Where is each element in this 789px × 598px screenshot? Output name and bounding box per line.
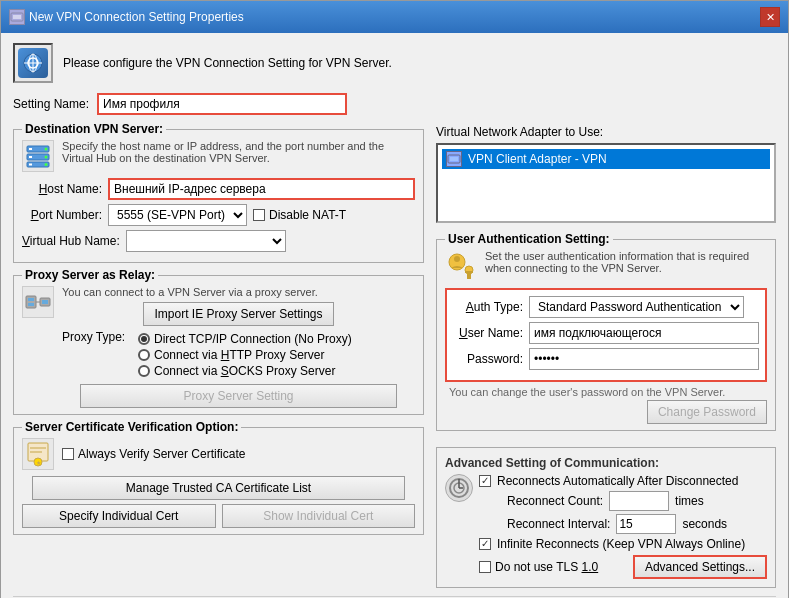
- setting-name-input[interactable]: [97, 93, 347, 115]
- svg-point-13: [45, 148, 48, 151]
- right-panel: Virtual Network Adapter to Use: VPN Clie…: [436, 125, 776, 588]
- infinite-reconnect-label: Infinite Reconnects (Keep VPN Always Onl…: [497, 537, 745, 551]
- app-icon: [9, 9, 25, 25]
- top-info-row: Please configure the VPN Connection Sett…: [13, 43, 776, 83]
- change-pwd-note: You can change the user's password on th…: [445, 386, 767, 398]
- svg-rect-33: [465, 271, 473, 273]
- disable-nat-checkbox[interactable]: [253, 209, 265, 221]
- proxy-radio-http-btn[interactable]: [138, 349, 150, 361]
- adapter-icon: [446, 151, 462, 167]
- import-btn-row: Import IE Proxy Server Settings: [62, 302, 415, 326]
- dest-server-info: Specify the host name or IP address, and…: [22, 140, 415, 172]
- cert-bottom-btns: Specify Individual Cert Show Individual …: [22, 504, 415, 528]
- proxy-radio-direct: Direct TCP/IP Connection (No Proxy): [138, 332, 352, 346]
- svg-rect-1: [13, 15, 21, 19]
- auth-setting-content: Set the user authentication information …: [445, 250, 767, 424]
- vpn-icon-inner: [18, 48, 48, 78]
- svg-rect-28: [450, 157, 458, 161]
- disable-nat-row: Disable NAT-T: [253, 208, 346, 222]
- advanced-comm-content: ✓ Reconnects Automatically After Disconn…: [445, 474, 767, 579]
- cert-verification-group: Server Certificate Verification Option: …: [13, 427, 424, 535]
- cert-verification-content: ★ Always Verify Server Certificate Manag…: [22, 438, 415, 528]
- svg-point-15: [45, 163, 48, 166]
- proxy-socks-label: Connect via SOCKS Proxy Server: [154, 364, 335, 378]
- svg-rect-24: [30, 451, 42, 453]
- proxy-server-setting-button[interactable]: Proxy Server Setting: [80, 384, 398, 408]
- title-bar-left: New VPN Connection Setting Properties: [9, 9, 244, 25]
- svg-rect-8: [29, 148, 32, 150]
- svg-rect-32: [467, 273, 471, 279]
- server-icon: [22, 140, 54, 172]
- advanced-comm-section: Advanced Setting of Communication: ✓ Rec…: [436, 447, 776, 588]
- proxy-icon: [22, 286, 54, 318]
- do-not-use-tls-checkbox[interactable]: [479, 561, 491, 573]
- import-ie-proxy-button[interactable]: Import IE Proxy Server Settings: [143, 302, 333, 326]
- password-label: Password:: [453, 352, 523, 366]
- host-name-row: Host Name:: [22, 178, 415, 200]
- destination-group-title: Destination VPN Server:: [22, 122, 166, 136]
- virtual-hub-row: Virtual Hub Name:: [22, 230, 415, 252]
- disable-nat-label: Disable NAT-T: [269, 208, 346, 222]
- reconnect-count-label: Reconnect Count:: [507, 494, 603, 508]
- svg-rect-17: [28, 298, 34, 301]
- virtual-adapter-section: Virtual Network Adapter to Use: VPN Clie…: [436, 125, 776, 223]
- host-name-label: Host Name:: [22, 182, 102, 196]
- adapter-label: VPN Client Adapter - VPN: [468, 152, 607, 166]
- dialog-title: New VPN Connection Setting Properties: [29, 10, 244, 24]
- adapter-item[interactable]: VPN Client Adapter - VPN: [442, 149, 770, 169]
- proxy-type-radio-group: Direct TCP/IP Connection (No Proxy) Conn…: [138, 330, 352, 380]
- proxy-http-label: Connect via HTTP Proxy Server: [154, 348, 325, 362]
- always-verify-label: Always Verify Server Certificate: [78, 447, 245, 461]
- seconds-label: seconds: [682, 517, 727, 531]
- auth-type-select[interactable]: Standard Password Authentication: [529, 296, 744, 318]
- reconnect-auto-label: Reconnects Automatically After Disconnec…: [497, 474, 738, 488]
- change-password-button[interactable]: Change Password: [647, 400, 767, 424]
- proxy-server-content: You can connect to a VPN Server via a pr…: [22, 286, 415, 408]
- proxy-radio-socks: Connect via SOCKS Proxy Server: [138, 364, 352, 378]
- host-name-input[interactable]: [108, 178, 415, 200]
- auth-type-label: Auth Type:: [453, 300, 523, 314]
- proxy-radio-http: Connect via HTTP Proxy Server: [138, 348, 352, 362]
- user-name-row: User Name:: [453, 322, 759, 344]
- tls-checkbox-row: Do not use TLS 1.0: [479, 560, 598, 574]
- reconnect-interval-input[interactable]: [616, 514, 676, 534]
- user-name-input[interactable]: [529, 322, 759, 344]
- virtual-hub-select[interactable]: [126, 230, 286, 252]
- dialog-window: New VPN Connection Setting Properties ✕ …: [0, 0, 789, 598]
- auth-setting-title: User Authentication Setting:: [445, 232, 613, 246]
- auth-setting-info: Set the user authentication information …: [445, 250, 767, 282]
- infinite-reconnect-checkbox[interactable]: ✓: [479, 538, 491, 550]
- specify-individual-cert-button[interactable]: Specify Individual Cert: [22, 504, 216, 528]
- port-number-select[interactable]: 5555 (SE-VPN Port): [108, 204, 247, 226]
- proxy-radio-direct-btn[interactable]: [138, 333, 150, 345]
- virtual-hub-label: Virtual Hub Name:: [22, 234, 120, 248]
- main-content: Destination VPN Server: Specify the host…: [13, 125, 776, 588]
- show-individual-cert-button[interactable]: Show Individual Cert: [222, 504, 416, 528]
- close-button[interactable]: ✕: [760, 7, 780, 27]
- setting-name-label: Setting Name:: [13, 97, 89, 111]
- destination-group-content: Specify the host name or IP address, and…: [22, 140, 415, 252]
- svg-rect-16: [26, 296, 36, 308]
- vpn-icon: [13, 43, 53, 83]
- cert-icon: ★: [22, 438, 54, 470]
- svg-rect-12: [29, 164, 32, 166]
- proxy-direct-label: Direct TCP/IP Connection (No Proxy): [154, 332, 352, 346]
- always-verify-checkbox[interactable]: [62, 448, 74, 460]
- top-info-text: Please configure the VPN Connection Sett…: [63, 56, 392, 70]
- reconnect-auto-checkbox[interactable]: ✓: [479, 475, 491, 487]
- proxy-setting-btn-row: Proxy Server Setting: [62, 384, 415, 408]
- svg-point-14: [45, 156, 48, 159]
- password-input[interactable]: [529, 348, 759, 370]
- network-adapter-listbox[interactable]: VPN Client Adapter - VPN: [436, 143, 776, 223]
- proxy-info-row: You can connect to a VPN Server via a pr…: [22, 286, 415, 408]
- left-panel: Destination VPN Server: Specify the host…: [13, 125, 424, 588]
- port-number-row: Port Number: 5555 (SE-VPN Port) Disable …: [22, 204, 415, 226]
- reconnect-count-input[interactable]: [609, 491, 669, 511]
- svg-rect-23: [30, 447, 46, 449]
- advanced-settings-button[interactable]: Advanced Settings...: [633, 555, 767, 579]
- password-row: Password:: [453, 348, 759, 370]
- proxy-radio-socks-btn[interactable]: [138, 365, 150, 377]
- manage-trusted-button[interactable]: Manage Trusted CA Certificate List: [32, 476, 405, 500]
- auth-setting-group: User Authentication Setting: Set the use…: [436, 239, 776, 431]
- advanced-settings-controls: ✓ Reconnects Automatically After Disconn…: [479, 474, 767, 579]
